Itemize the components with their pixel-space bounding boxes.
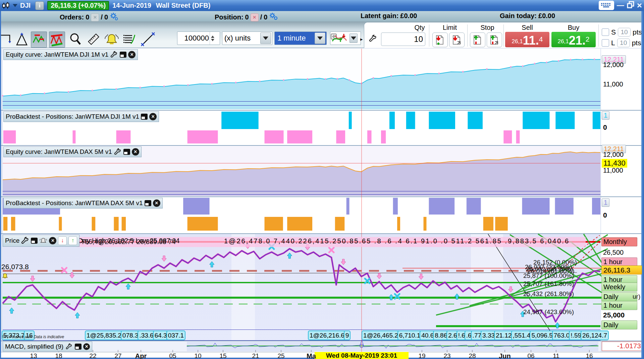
equity-dji-header: Equity curve: JanWTEMA DJI 1M v1 × — [3, 49, 138, 60]
window-icon[interactable] — [145, 200, 151, 206]
cursor-date-label: Wed 08-May-2019 23:01 — [315, 352, 409, 359]
order-entry-panel: Qty Limit Stop Sell Buy 26,111.4 26,121.… — [364, 22, 644, 48]
position-count-2: 0 — [264, 13, 267, 21]
close-panel-icon[interactable]: × — [83, 343, 90, 350]
sell-price-main: 11. — [523, 35, 539, 47]
price-plot[interactable] — [3, 234, 600, 341]
limit-pts-input[interactable] — [617, 39, 630, 47]
wrench-icon[interactable] — [21, 237, 29, 245]
panel-expand-arrow-icon[interactable]: ▸ — [360, 36, 363, 42]
positions-dax-header: ProBacktest - Positions: JanWTEMA DAX 5M… — [3, 198, 163, 208]
limit-order-row: L pts — [602, 39, 641, 47]
info-icon[interactable]: i — [35, 1, 44, 10]
stop-checkbox-label: S — [611, 28, 616, 36]
limit-checkbox-label: L — [611, 39, 615, 47]
weekend-shading — [471, 234, 503, 341]
orders-status: Orders: 0 × / 0 — [60, 12, 118, 22]
positions-dji-scale-column — [601, 111, 641, 145]
status-bar: Orders: 0 × / 0 Position: 0 × / 0 Latent… — [0, 11, 644, 22]
position-label: Position: — [215, 13, 244, 21]
stop-order-row: S pts — [602, 28, 642, 37]
position-gear-icon[interactable] — [269, 12, 278, 22]
add-indicator-button[interactable] — [330, 32, 361, 45]
window-icon[interactable] — [123, 149, 130, 155]
close-panel-icon[interactable]: × — [149, 113, 157, 120]
wrench-icon[interactable] — [114, 148, 122, 156]
orders-gear-icon[interactable] — [110, 12, 118, 22]
stop-sell-order-button[interactable] — [470, 33, 485, 47]
close-position-icon[interactable]: × — [251, 13, 259, 21]
watermark: ©IT-Finance.com Data is indicative — [2, 335, 64, 339]
limit-buy-order-button[interactable] — [449, 33, 465, 47]
sell-button[interactable]: 26,111.4 — [505, 32, 549, 47]
order-list-icon[interactable] — [122, 32, 138, 47]
buy-marker-doc-icon[interactable]: ↑ — [68, 236, 77, 245]
ruler-tool-icon[interactable] — [86, 32, 101, 47]
zigzag-channel-tool-icon[interactable] — [49, 32, 65, 48]
rectangle-tool-icon[interactable] — [0, 32, 13, 47]
qty-input[interactable] — [381, 33, 425, 46]
indicator-caret-icon[interactable] — [350, 34, 358, 43]
limit-checkbox[interactable] — [602, 39, 609, 47]
orders-slash: / — [101, 13, 103, 21]
keyboard-icon[interactable] — [599, 1, 614, 10]
window-icon[interactable] — [120, 52, 126, 58]
stop-pts-input[interactable] — [618, 28, 631, 37]
buy-price-prefix: 26,1 — [558, 37, 569, 47]
zigzag-tool-icon[interactable] — [31, 32, 47, 48]
bell-icon[interactable] — [39, 237, 47, 245]
units-select-value: (x) units — [222, 34, 251, 43]
positions-dax-scale-column — [601, 197, 641, 233]
title-bar: DJI i 26,116.3 (+0.07%) 14-Jun-2019 Wall… — [0, 0, 644, 11]
buy-button[interactable]: 26,121.2 — [551, 32, 596, 47]
zoom-tool-icon[interactable] — [68, 32, 83, 47]
units-select-caret-icon[interactable] — [260, 33, 271, 44]
stop-buy-order-button[interactable] — [487, 33, 502, 47]
window-icon[interactable] — [31, 238, 38, 244]
sell-marker-doc-icon[interactable]: ↓ — [58, 236, 67, 245]
level-price-label: 26,073.8 — [1, 263, 29, 271]
alarm-bell-icon[interactable] — [104, 32, 119, 47]
units-select[interactable]: (x) units — [222, 32, 272, 45]
market-name: Wall Street (DFB) — [156, 2, 211, 9]
price-scale-column — [601, 234, 641, 341]
window-icon[interactable] — [141, 114, 148, 120]
close-panel-icon[interactable]: × — [128, 51, 136, 58]
orders-label: Orders: — [60, 13, 84, 21]
close-panel-icon[interactable]: × — [49, 237, 56, 244]
cancel-orders-icon[interactable]: × — [91, 13, 99, 21]
trendline-tool-icon[interactable] — [140, 32, 156, 47]
buy-price-decimal: 2 — [586, 32, 590, 47]
sell-header: Sell — [505, 24, 549, 32]
latent-gain-label: Latent gain: — [361, 12, 398, 20]
close-panel-icon[interactable]: × — [132, 148, 139, 156]
limit-pts-label: pts — [632, 39, 641, 47]
window-icon[interactable] — [75, 344, 82, 350]
gain-today: Gain today: £0.00 — [500, 12, 555, 20]
session-date: 14-Jun-2019 — [112, 2, 151, 9]
close-panel-icon[interactable]: × — [153, 199, 160, 207]
wrench-icon[interactable] — [110, 51, 118, 59]
alarm-bell-marker-icon[interactable] — [1, 272, 9, 281]
close-button[interactable]: × — [637, 1, 642, 10]
triangle-tool-icon[interactable] — [14, 32, 30, 47]
order-settings-wrench-icon[interactable] — [369, 35, 377, 43]
quantity-input[interactable] — [177, 34, 210, 43]
stop-checkbox[interactable] — [602, 28, 609, 36]
buy-price-main: 21. — [569, 35, 586, 47]
equity-dax-scale-column — [601, 146, 641, 196]
timeframe-select[interactable]: 1 minute — [274, 32, 327, 45]
restore-button[interactable] — [627, 1, 634, 10]
orders-count: 0 — [86, 13, 89, 21]
minimize-button[interactable]: — — [617, 1, 624, 10]
candlestick-chart-icon[interactable] — [2, 2, 10, 10]
wrench-icon[interactable] — [65, 343, 73, 351]
timeframe-select-caret-icon[interactable] — [315, 33, 325, 44]
quantity-stepper[interactable] — [210, 32, 215, 45]
price-header: Price × ↓ ↑ — [3, 235, 79, 247]
equity-dji-title: Equity curve: JanWTEMA DJI 1M v1 — [6, 51, 108, 58]
limit-sell-order-button[interactable] — [432, 33, 448, 47]
instrument-dropdown-caret[interactable] — [13, 4, 17, 7]
latent-gain: Latent gain: £0.00 — [361, 12, 417, 20]
sell-price-decimal: 4 — [539, 32, 543, 47]
